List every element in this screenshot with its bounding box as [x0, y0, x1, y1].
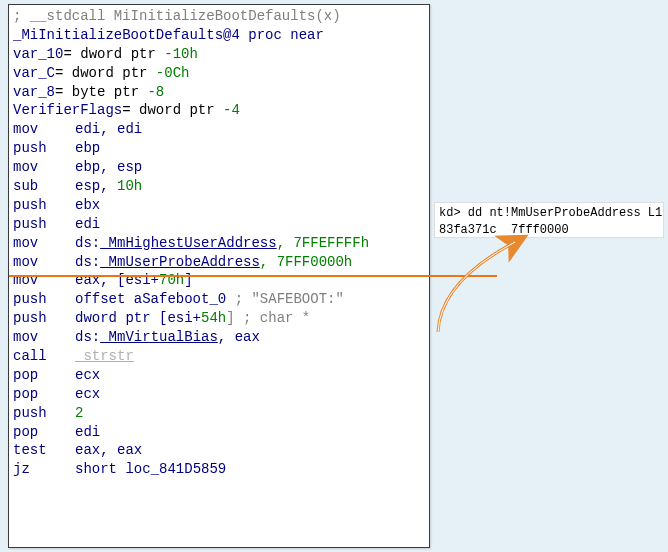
instr-line: popecx [13, 385, 425, 404]
callout-arrow-icon [430, 232, 570, 352]
instr-line: testeax, eax [13, 441, 425, 460]
comment-line: ; __stdcall MiInitializeBootDefaults(x) [13, 7, 425, 26]
instr-line: call_strstr [13, 347, 425, 366]
callout-line2: 83fa371c 7fff0000 [439, 223, 569, 237]
instr-line: push2 [13, 404, 425, 423]
instr-line: movds:_MmHighestUserAddress, 7FFEFFFFh [13, 234, 425, 253]
instr-line: movebp, esp [13, 158, 425, 177]
var-decl: var_8= byte ptr -8 [13, 83, 425, 102]
instr-line: movds:_MmVirtualBias, eax [13, 328, 425, 347]
instr-line: popecx [13, 366, 425, 385]
var-decl: var_10= dword ptr -10h [13, 45, 425, 64]
instr-line: pushebp [13, 139, 425, 158]
instr-line: popedi [13, 423, 425, 442]
instr-line: pushedi [13, 215, 425, 234]
proc-decl: _MiInitializeBootDefaults@4 proc near [13, 26, 425, 45]
var-decl: VerifierFlags= dword ptr -4 [13, 101, 425, 120]
instr-line: pushebx [13, 196, 425, 215]
var-decl: var_C= dword ptr -0Ch [13, 64, 425, 83]
highlight-underline [9, 275, 497, 277]
instr-line: pushoffset aSafeboot_0 ; "SAFEBOOT:" [13, 290, 425, 309]
callout-line1: kd> dd nt!MmUserProbeAddress L1 [439, 206, 662, 220]
instr-line-highlight: movds:_MmUserProbeAddress, 7FFF0000h [13, 253, 425, 272]
instr-line: jzshort loc_841D5859 [13, 460, 425, 479]
instr-line: movedi, edi [13, 120, 425, 139]
instr-line: subesp, 10h [13, 177, 425, 196]
instr-line: pushdword ptr [esi+54h] ; char * [13, 309, 425, 328]
debugger-callout: kd> dd nt!MmUserProbeAddress L1 83fa371c… [434, 202, 664, 238]
